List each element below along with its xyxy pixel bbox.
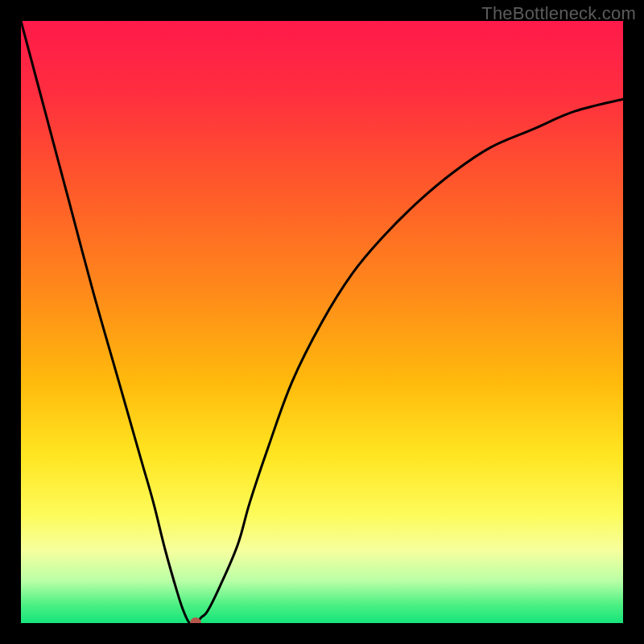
bottleneck-curve <box>21 21 623 623</box>
curve-layer <box>21 21 623 623</box>
chart-frame: TheBottleneck.com <box>0 0 644 644</box>
minimum-marker <box>190 617 201 623</box>
plot-area <box>21 21 623 623</box>
